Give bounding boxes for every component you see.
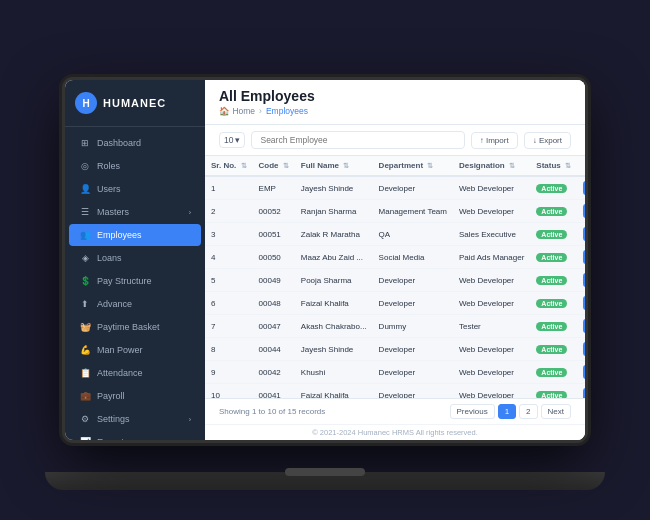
sidebar-item-label: Attendance <box>97 368 143 378</box>
cell-dept: Developer <box>373 176 453 200</box>
page-1-button[interactable]: 1 <box>498 404 516 419</box>
prev-button[interactable]: Previous <box>450 404 495 419</box>
sidebar-item-pay-structure[interactable]: 💲 Pay Structure <box>69 270 201 292</box>
cell-status: Active <box>530 269 577 292</box>
col-code[interactable]: Code ⇅ <box>253 156 295 176</box>
sidebar-item-attendance[interactable]: 📋 Attendance <box>69 362 201 384</box>
row-action-button[interactable]: › <box>583 388 585 398</box>
col-actions <box>577 156 585 176</box>
cell-name: Faizal Khalifa <box>295 292 373 315</box>
employees-table: Sr. No. ⇅ Code ⇅ Full Name ⇅ Department … <box>205 156 585 398</box>
cell-sr: 5 <box>205 269 253 292</box>
cell-sr: 7 <box>205 315 253 338</box>
sidebar-item-roles[interactable]: ◎ Roles <box>69 155 201 177</box>
status-badge: Active <box>536 230 567 239</box>
cell-name: Faizal Khalifa <box>295 384 373 399</box>
cell-action[interactable]: › <box>577 223 585 246</box>
col-full-name[interactable]: Full Name ⇅ <box>295 156 373 176</box>
cell-sr: 10 <box>205 384 253 399</box>
cell-action[interactable]: › <box>577 269 585 292</box>
import-button[interactable]: ↑ Import <box>471 132 518 149</box>
cell-desig: Sales Executive <box>453 223 530 246</box>
table-header-row: Sr. No. ⇅ Code ⇅ Full Name ⇅ Department … <box>205 156 585 176</box>
cell-dept: QA <box>373 223 453 246</box>
row-action-button[interactable]: › <box>583 227 585 241</box>
cell-desig: Web Developer <box>453 384 530 399</box>
nav-icon: ☰ <box>79 206 91 218</box>
cell-sr: 3 <box>205 223 253 246</box>
cell-dept: Developer <box>373 292 453 315</box>
nav-icon: 📊 <box>79 436 91 440</box>
sidebar-item-users[interactable]: 👤 Users <box>69 178 201 200</box>
row-action-button[interactable]: › <box>583 296 585 310</box>
col-department[interactable]: Department ⇅ <box>373 156 453 176</box>
cell-desig: Web Developer <box>453 338 530 361</box>
row-action-button[interactable]: › <box>583 273 585 287</box>
sidebar-item-reports[interactable]: 📊 Reports <box>69 431 201 440</box>
row-action-button[interactable]: › <box>583 181 585 195</box>
cell-sr: 1 <box>205 176 253 200</box>
status-badge: Active <box>536 345 567 354</box>
col-status[interactable]: Status ⇅ <box>530 156 577 176</box>
sidebar-item-settings[interactable]: ⚙ Settings › <box>69 408 201 430</box>
table-row: 7 00047 Akash Chakrabo... Dummy Tester A… <box>205 315 585 338</box>
next-button[interactable]: Next <box>541 404 571 419</box>
cell-action[interactable]: › <box>577 176 585 200</box>
page-size-select[interactable]: 10 ▾ <box>219 132 245 148</box>
cell-action[interactable]: › <box>577 292 585 315</box>
row-action-button[interactable]: › <box>583 342 585 356</box>
cell-action[interactable]: › <box>577 384 585 399</box>
cell-status: Active <box>530 361 577 384</box>
table-row: 6 00048 Faizal Khalifa Developer Web Dev… <box>205 292 585 315</box>
status-badge: Active <box>536 184 567 193</box>
search-input[interactable] <box>251 131 464 149</box>
page-header: All Employees 🏠 Home › Employees <box>205 80 585 125</box>
nav-icon: 👥 <box>79 229 91 241</box>
nav-icon: 💪 <box>79 344 91 356</box>
cell-action[interactable]: › <box>577 361 585 384</box>
cell-action[interactable]: › <box>577 315 585 338</box>
employees-table-container: Sr. No. ⇅ Code ⇅ Full Name ⇅ Department … <box>205 156 585 398</box>
sidebar-item-label: Reports <box>97 437 129 440</box>
sidebar-item-masters[interactable]: ☰ Masters › <box>69 201 201 223</box>
sidebar-item-loans[interactable]: ◈ Loans <box>69 247 201 269</box>
cell-sr: 6 <box>205 292 253 315</box>
nav-icon: 🧺 <box>79 321 91 333</box>
sidebar-item-advance[interactable]: ⬆ Advance <box>69 293 201 315</box>
page-title: All Employees <box>219 88 571 104</box>
cell-dept: Developer <box>373 269 453 292</box>
row-action-button[interactable]: › <box>583 204 585 218</box>
sidebar-item-dashboard[interactable]: ⊞ Dashboard <box>69 132 201 154</box>
cell-code: 00049 <box>253 269 295 292</box>
cell-action[interactable]: › <box>577 246 585 269</box>
sidebar-nav: ⊞ Dashboard ◎ Roles 👤 Users ☰ Masters › … <box>65 127 205 440</box>
toolbar: 10 ▾ ↑ Import ↓ Export <box>205 125 585 156</box>
table-footer: Showing 1 to 10 of 15 records Previous 1… <box>205 398 585 424</box>
col-designation[interactable]: Designation ⇅ <box>453 156 530 176</box>
sidebar-item-man-power[interactable]: 💪 Man Power <box>69 339 201 361</box>
export-button[interactable]: ↓ Export <box>524 132 571 149</box>
cell-desig: Web Developer <box>453 176 530 200</box>
cell-action[interactable]: › <box>577 200 585 223</box>
nav-icon: ◈ <box>79 252 91 264</box>
row-action-button[interactable]: › <box>583 365 585 379</box>
cell-code: 00051 <box>253 223 295 246</box>
col-sr-no: Sr. No. ⇅ <box>205 156 253 176</box>
cell-name: Maaz Abu Zaid ... <box>295 246 373 269</box>
nav-icon: ⊞ <box>79 137 91 149</box>
cell-sr: 2 <box>205 200 253 223</box>
cell-status: Active <box>530 223 577 246</box>
page-2-button[interactable]: 2 <box>519 404 537 419</box>
cell-action[interactable]: › <box>577 338 585 361</box>
sidebar-item-label: Advance <box>97 299 132 309</box>
sidebar-item-payroll[interactable]: 💼 Payroll <box>69 385 201 407</box>
breadcrumb-home[interactable]: 🏠 Home <box>219 106 255 116</box>
cell-desig: Paid Ads Manager <box>453 246 530 269</box>
cell-code: 00050 <box>253 246 295 269</box>
row-action-button[interactable]: › <box>583 250 585 264</box>
nav-icon: ⚙ <box>79 413 91 425</box>
row-action-button[interactable]: › <box>583 319 585 333</box>
sidebar-item-employees[interactable]: 👥 Employees <box>69 224 201 246</box>
breadcrumb-current: Employees <box>266 106 308 116</box>
sidebar-item-paytime-basket[interactable]: 🧺 Paytime Basket <box>69 316 201 338</box>
